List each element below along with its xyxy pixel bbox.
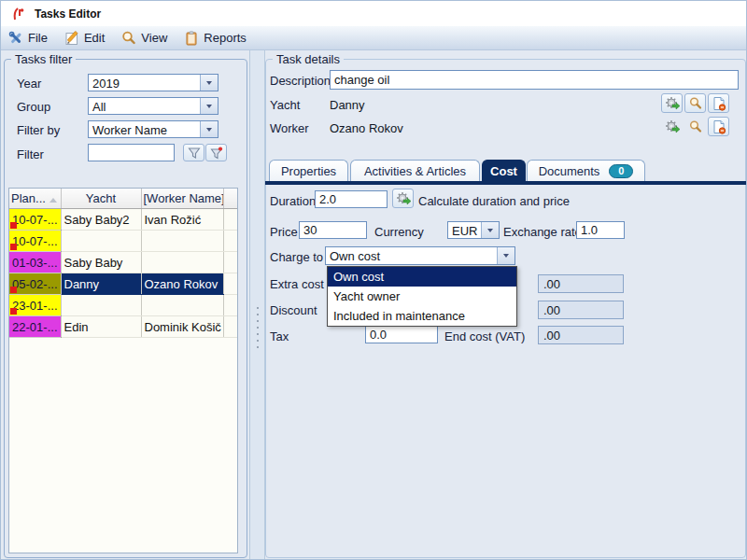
chevron-down-icon — [206, 128, 212, 132]
plan-date-cell[interactable]: 10-07-... — [9, 209, 61, 231]
tab-properties[interactable]: Properties — [269, 160, 348, 181]
main-toolbar: File Edit View Reports — [1, 26, 746, 50]
year-select[interactable]: 2019 — [88, 74, 218, 91]
gear-run-icon — [665, 119, 680, 134]
documents-count-badge: 0 — [609, 164, 633, 178]
duration-input[interactable]: 2.0 — [315, 190, 388, 208]
tab-documents-label: Documents — [539, 164, 600, 178]
table-row[interactable]: 10-07-... Saby Baby2 Ivan Rožić — [9, 209, 237, 231]
chevron-down-icon — [503, 254, 509, 258]
table-row-selected[interactable]: 05-02-... Danny Ozano Rokov — [9, 273, 237, 295]
description-value: change oil — [334, 73, 389, 87]
yacht-cell[interactable] — [61, 295, 141, 316]
tax-value: 0.0 — [370, 328, 387, 342]
currency-value: EUR — [448, 222, 481, 238]
tab-cost[interactable]: Cost — [482, 160, 526, 181]
plan-date-cell[interactable]: 05-02-... — [9, 273, 61, 295]
search-icon — [688, 96, 703, 111]
dropdown-option-included-in-maintenance[interactable]: Included in maintenance — [328, 306, 516, 326]
tasks-filter-title: Tasks filter — [11, 52, 76, 66]
apply-filter-button[interactable] — [183, 144, 204, 161]
tab-cost-label: Cost — [490, 164, 517, 178]
sort-ascending-icon — [49, 198, 57, 203]
description-label: Description — [270, 74, 331, 88]
worker-cell[interactable]: Ozano Rokov — [141, 273, 223, 295]
tab-documents[interactable]: Documents 0 — [527, 160, 645, 181]
group-dropdown-button[interactable] — [200, 98, 218, 114]
currency-select[interactable]: EUR — [447, 221, 500, 239]
year-dropdown-button[interactable] — [200, 75, 218, 91]
plan-date-cell[interactable]: 01-03-... — [9, 252, 61, 273]
column-header-plan[interactable]: Plan... — [9, 189, 61, 209]
yacht-assign-button[interactable] — [661, 93, 683, 113]
column-header-yacht[interactable]: Yacht — [61, 189, 141, 209]
clear-filter-button[interactable] — [205, 144, 227, 161]
yacht-search-button[interactable] — [684, 93, 706, 113]
tasks-editor-window: Tasks Editor File Edit View — [0, 0, 747, 560]
yacht-cell[interactable]: Danny — [61, 273, 141, 295]
group-select[interactable]: All — [88, 97, 218, 115]
filter-by-dropdown-button[interactable] — [200, 121, 218, 137]
plan-date-cell[interactable]: 22-01-... — [9, 316, 61, 338]
tasks-table[interactable]: Plan... Yacht [Worker Name] 10-07-... Sa… — [8, 188, 238, 553]
charge-to-value: Own cost — [326, 247, 497, 264]
worker-remove-button[interactable] — [708, 117, 729, 136]
plan-date-cell[interactable]: 10-07-... — [9, 231, 61, 252]
worker-search-button[interactable] — [684, 117, 706, 136]
worker-cell[interactable]: Dominik Košič — [141, 316, 223, 338]
price-input[interactable]: 30 — [299, 221, 367, 239]
exchange-rate-input[interactable]: 1.0 — [576, 221, 625, 239]
yacht-cell[interactable]: Saby Baby2 — [61, 209, 141, 231]
splitter-grip-icon — [257, 307, 259, 348]
yacht-remove-button[interactable] — [708, 93, 729, 113]
end-cost-value: .00 — [543, 329, 560, 343]
calculate-button[interactable] — [392, 189, 414, 208]
table-row[interactable]: 10-07-... — [9, 231, 237, 252]
extra-cost-total-value: .00 — [543, 277, 560, 291]
yacht-cell[interactable]: Edin — [61, 316, 141, 338]
exchange-rate-value: 1.0 — [581, 223, 598, 237]
worker-value: Ozano Rokov — [330, 121, 403, 135]
panel-splitter[interactable] — [249, 50, 265, 559]
red-marker-icon — [10, 287, 17, 293]
menu-view-label: View — [141, 31, 167, 45]
menu-edit[interactable]: Edit — [64, 31, 105, 46]
table-row[interactable]: 01-03-... Saby Baby — [9, 252, 237, 273]
discount-label: Discount — [270, 303, 317, 317]
table-row[interactable]: 23-01-... — [9, 295, 237, 316]
red-marker-icon — [10, 308, 17, 315]
exchange-rate-label: Exchange rate — [503, 225, 582, 239]
charge-to-dropdown-button[interactable] — [497, 247, 514, 264]
charge-to-select[interactable]: Own cost — [325, 246, 515, 265]
tax-input[interactable]: 0.0 — [365, 326, 438, 343]
column-header-filler — [223, 189, 237, 209]
yacht-cell[interactable] — [61, 231, 141, 252]
currency-dropdown-button[interactable] — [481, 222, 499, 238]
menu-file[interactable]: File — [8, 31, 48, 46]
plan-date-cell[interactable]: 23-01-... — [9, 295, 61, 316]
gear-run-icon — [665, 96, 680, 111]
worker-cell[interactable] — [141, 231, 223, 252]
worker-assign-button[interactable] — [661, 117, 683, 136]
filter-input[interactable] — [88, 144, 175, 161]
year-label: Year — [17, 77, 41, 91]
description-input[interactable]: change oil — [330, 70, 739, 90]
dropdown-option-own-cost[interactable]: Own cost — [328, 267, 516, 287]
worker-cell[interactable] — [141, 295, 223, 316]
yacht-cell[interactable]: Saby Baby — [61, 252, 141, 273]
end-cost-label: End cost (VAT) — [444, 329, 525, 343]
worker-cell[interactable]: Ivan Rožić — [141, 209, 223, 231]
table-row[interactable]: 22-01-... Edin Dominik Košič — [9, 316, 237, 338]
dropdown-option-yacht-owner[interactable]: Yacht owner — [328, 287, 516, 306]
remove-document-icon — [712, 119, 726, 134]
column-header-worker[interactable]: [Worker Name] — [141, 189, 223, 209]
tab-activities-articles[interactable]: Activities & Articles — [350, 160, 480, 181]
extra-cost-label: Extra cost — [270, 277, 324, 291]
menu-view[interactable]: View — [121, 31, 167, 46]
chevron-down-icon — [206, 105, 212, 108]
view-icon — [121, 31, 136, 46]
worker-cell[interactable] — [141, 252, 223, 273]
menu-edit-label: Edit — [84, 31, 105, 45]
menu-reports[interactable]: Reports — [184, 31, 247, 46]
filter-by-select[interactable]: Worker Name — [88, 120, 218, 138]
